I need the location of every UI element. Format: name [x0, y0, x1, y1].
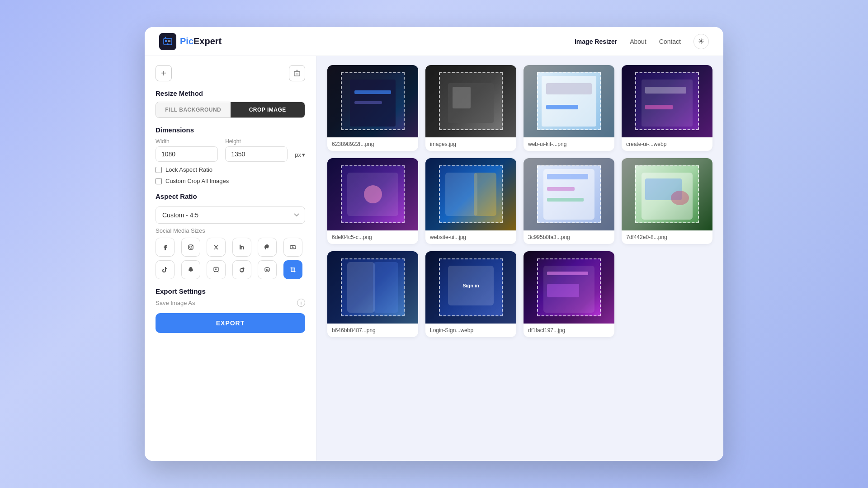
logo: PicExpert	[159, 33, 222, 50]
svg-point-13	[192, 245, 192, 246]
image-card-5[interactable]: 6del04c5-c...png	[327, 158, 418, 244]
image-label-1: 623898922f...png	[327, 137, 418, 151]
snapchat-icon-button[interactable]	[181, 260, 200, 279]
svg-point-26	[242, 270, 242, 270]
image-label-9: b646bb8487...png	[327, 324, 418, 337]
logo-icon	[159, 33, 176, 50]
custom-crop-all-checkbox[interactable]	[156, 178, 162, 184]
header: PicExpert Image Resizer About Contact ☀	[145, 27, 723, 56]
aspect-ratio-section: Aspect Ratio Custom - 4:5 1:1 16:9 4:3 9…	[156, 192, 305, 279]
dimensions-title: Dimensions	[156, 126, 305, 134]
svg-point-4	[167, 43, 169, 45]
instagram-icon-button[interactable]	[181, 238, 200, 257]
nav-about[interactable]: About	[630, 38, 646, 45]
aspect-ratio-select[interactable]: Custom - 4:5 1:1 16:9 4:3 9:16	[156, 206, 305, 224]
image-thumb-1	[327, 65, 418, 137]
image-thumb-8	[622, 158, 712, 230]
svg-point-12	[189, 246, 192, 249]
image-thumb-7	[524, 158, 614, 230]
image-thumb-2	[425, 65, 516, 137]
width-input[interactable]	[156, 146, 218, 162]
image-card-9[interactable]: b646bb8487...png	[327, 251, 418, 337]
image-card-10[interactable]: Sign in Login-Sign...webp	[425, 251, 516, 337]
delete-button[interactable]	[289, 65, 305, 81]
save-as-row: Save Image As i	[156, 299, 305, 307]
image-grid: 623898922f...png i	[327, 65, 712, 337]
linkedin-icon-button[interactable]	[232, 238, 251, 257]
image-thumb-3	[524, 65, 614, 137]
image-card-4[interactable]: create-ui-...webp	[622, 65, 712, 151]
width-label: Width	[156, 138, 218, 145]
custom-crop-all-row: Custom Crop All Images	[156, 178, 305, 184]
nav-contact[interactable]: Contact	[659, 38, 681, 45]
sidebar: + CROP IMAGE Resize Method FILL BACKGR	[145, 56, 316, 461]
image-thumb-11	[524, 251, 614, 324]
aspect-ratio-title: Aspect Ratio	[156, 192, 305, 200]
svg-point-5	[165, 37, 166, 38]
width-field: Width	[156, 138, 218, 162]
nav-image-resizer[interactable]: Image Resizer	[575, 38, 617, 45]
svg-point-15	[239, 245, 241, 246]
svg-marker-17	[292, 246, 294, 248]
twitter-icon-button[interactable]	[207, 238, 226, 257]
main-content: + CROP IMAGE Resize Method FILL BACKGR	[145, 56, 723, 461]
save-as-info-icon[interactable]: i	[297, 299, 305, 307]
svg-point-29	[268, 269, 269, 270]
theme-toggle-button[interactable]: ☀	[693, 34, 709, 49]
add-image-button[interactable]: +	[156, 65, 172, 81]
image-label-8: 7df442e0-8...png	[622, 230, 712, 244]
dimensions-section: Dimensions Width Height px ▾	[156, 126, 305, 184]
crop-custom-icon-button[interactable]	[283, 260, 302, 279]
height-label: Height	[225, 138, 288, 145]
lock-aspect-ratio-checkbox[interactable]	[156, 167, 162, 173]
svg-point-27	[243, 268, 244, 269]
image-card-3[interactable]: web-ui-kit-...png	[524, 65, 614, 151]
export-title: Export Settings	[156, 287, 305, 295]
image-label-11: df1facf197...jpg	[524, 324, 614, 337]
svg-rect-1	[165, 40, 167, 42]
image-thumb-10: Sign in	[425, 251, 516, 324]
image-label-2: images.jpg	[425, 137, 516, 151]
image-card-2[interactable]: images.jpg	[425, 65, 516, 151]
lock-aspect-ratio-label: Lock Aspect Ratio	[165, 166, 212, 173]
fill-background-button[interactable]: FILL BACKGROUND	[156, 102, 231, 117]
image-label-5: 6del04c5-c...png	[327, 230, 418, 244]
custom-crop-all-label: Custom Crop All Images	[165, 178, 229, 184]
unit-selector[interactable]: px ▾	[295, 151, 305, 158]
pinterest-icon-button[interactable]	[258, 238, 277, 257]
image-card-6[interactable]: website-ui...jpg	[425, 158, 516, 244]
image-thumb-5	[327, 158, 418, 230]
lock-aspect-ratio-row: Lock Aspect Ratio	[156, 166, 305, 173]
navigation: Image Resizer About Contact ☀	[575, 34, 709, 49]
crop-image-button[interactable]: CROP IMAGE	[231, 102, 305, 117]
image-card-8[interactable]: 7df442e0-8...png	[622, 158, 712, 244]
image-label-10: Login-Sign...webp	[425, 324, 516, 337]
image-thumb-6	[425, 158, 516, 230]
export-section: Export Settings Save Image As i EXPORT	[156, 287, 305, 333]
resize-method-toggle: FILL BACKGROUND CROP IMAGE	[156, 102, 305, 118]
svg-rect-14	[240, 246, 241, 249]
image-card-7[interactable]: 3c995b0fa3...png	[524, 158, 614, 244]
image-label-6: website-ui...jpg	[425, 230, 516, 244]
export-button[interactable]: EXPORT	[156, 313, 305, 333]
image-label-7: 3c995b0fa3...png	[524, 230, 614, 244]
youtube-icon-button[interactable]	[283, 238, 302, 257]
image-thumb-4	[622, 65, 712, 137]
image-label-3: web-ui-kit-...png	[524, 137, 614, 151]
image-label-4: create-ui-...webp	[622, 137, 712, 151]
reddit-icon-button[interactable]	[232, 260, 251, 279]
svg-point-25	[241, 270, 241, 270]
image-card-1[interactable]: 623898922f...png	[327, 65, 418, 151]
discord-icon-button[interactable]	[258, 260, 277, 279]
twitch-icon-button[interactable]	[207, 260, 226, 279]
svg-point-28	[266, 269, 267, 270]
social-icons-grid	[156, 238, 305, 279]
resize-method-label: Resize Method	[156, 89, 305, 97]
image-card-11[interactable]: df1facf197...jpg	[524, 251, 614, 337]
app-window: PicExpert Image Resizer About Contact ☀ …	[145, 27, 723, 461]
height-field: Height	[225, 138, 288, 162]
facebook-icon-button[interactable]	[156, 238, 175, 257]
social-media-label: Social Media Sizes	[156, 227, 305, 234]
tiktok-icon-button[interactable]	[156, 260, 175, 279]
height-input[interactable]	[225, 146, 288, 162]
